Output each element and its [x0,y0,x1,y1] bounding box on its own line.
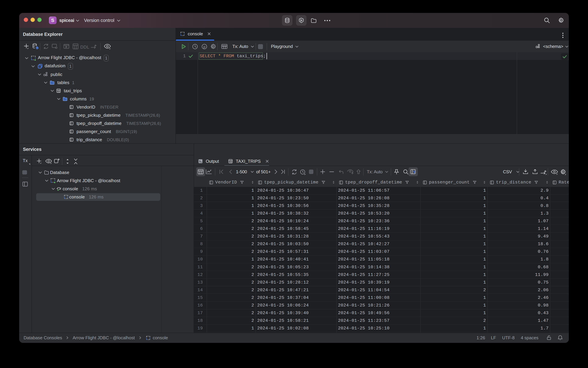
svg-text:p: p [203,45,205,49]
